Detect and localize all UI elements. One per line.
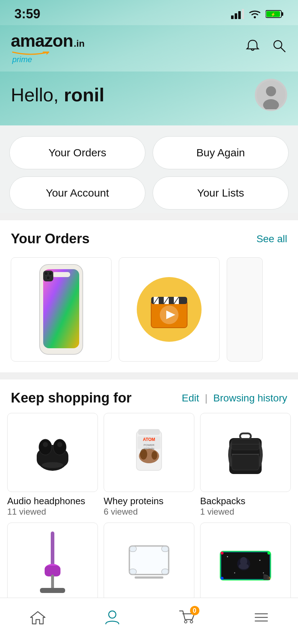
bottom-nav: 0 (0, 598, 298, 644)
vacuum-image (29, 530, 76, 594)
nav-account[interactable] (93, 606, 131, 629)
svg-point-37 (42, 462, 63, 468)
status-time: 3:59 (14, 6, 40, 22)
svg-rect-2 (238, 11, 241, 19)
keep-shopping-title: Keep shopping for (11, 390, 132, 406)
svg-point-79 (109, 611, 116, 618)
laptop-cover-image (122, 535, 176, 589)
svg-point-18 (44, 272, 48, 275)
search-icon[interactable] (271, 38, 287, 58)
protein-image-box: ATOM POWER WITHIN (104, 413, 194, 492)
svg-rect-16 (52, 272, 70, 277)
svg-point-77 (234, 572, 235, 574)
protein-viewed: 6 viewed (104, 507, 194, 517)
svg-point-19 (49, 272, 52, 275)
home-icon (29, 610, 47, 625)
edit-link[interactable]: Edit (182, 392, 199, 404)
order-card-iphone[interactable] (11, 257, 112, 362)
logo-suffix: .in (74, 38, 85, 49)
backpack-name: Backpacks (200, 496, 291, 507)
orders-title: Your Orders (11, 231, 90, 247)
mousepad-image (217, 540, 274, 584)
battery-icon: ⚡ (266, 9, 284, 19)
video-circle (137, 277, 202, 342)
buy-again-button[interactable]: Buy Again (153, 136, 289, 169)
svg-point-74 (239, 564, 249, 569)
product-item-backpack[interactable]: Backpacks 1 viewed (200, 413, 291, 517)
see-all-link[interactable]: See all (256, 233, 287, 245)
svg-point-20 (46, 276, 50, 280)
keep-shopping-section: Keep shopping for Edit | Browsing histor… (0, 380, 298, 624)
earbuds-image (27, 427, 78, 478)
your-lists-button[interactable]: Your Lists (153, 176, 289, 210)
earbuds-name: Audio headphones (7, 496, 98, 507)
product-item-protein[interactable]: ATOM POWER WITHIN Whey proteins 6 viewed (104, 413, 194, 517)
cart-wrapper: 0 (178, 609, 196, 626)
svg-point-68 (221, 552, 224, 555)
amazon-logo[interactable]: amazon .in prime (11, 31, 85, 64)
svg-line-10 (281, 47, 285, 52)
wifi-icon (248, 9, 261, 19)
nav-cart[interactable]: 0 (167, 605, 207, 630)
svg-rect-64 (135, 576, 163, 579)
avatar[interactable] (255, 79, 287, 111)
svg-text:POWER: POWER (144, 443, 154, 447)
svg-point-70 (221, 577, 224, 580)
header: amazon .in prime (0, 25, 298, 72)
svg-text:ATOM: ATOM (143, 437, 155, 442)
keep-shopping-links: Edit | Browsing history (182, 392, 287, 404)
product-item-earbuds[interactable]: Audio headphones 11 viewed (7, 413, 98, 517)
order-card-third[interactable] (227, 257, 263, 362)
svg-rect-48 (240, 433, 251, 439)
mousepad-image-box (200, 523, 291, 602)
earbuds-viewed: 11 viewed (7, 507, 98, 517)
svg-point-46 (152, 451, 157, 460)
laptop-cover-image-box (104, 523, 194, 602)
svg-rect-6 (281, 12, 283, 16)
svg-point-78 (263, 572, 264, 574)
orders-section-header: Your Orders See all (0, 220, 298, 254)
keep-shopping-header: Keep shopping for Edit | Browsing histor… (0, 380, 298, 413)
status-icons: ⚡ (231, 9, 284, 19)
your-account-button[interactable]: Your Account (9, 176, 145, 210)
logo-text: amazon (11, 31, 73, 51)
svg-text:⚡: ⚡ (271, 12, 276, 17)
greeting-text: Hello, ronil (11, 84, 104, 106)
protein-name: Whey proteins (104, 496, 194, 507)
browsing-history-link[interactable]: Browsing history (213, 392, 287, 404)
cart-badge: 0 (190, 606, 199, 615)
backpack-image-box (200, 413, 291, 492)
svg-rect-63 (130, 547, 168, 574)
prime-label: prime (12, 55, 85, 64)
protein-image: ATOM POWER WITHIN (124, 424, 174, 481)
svg-point-12 (266, 86, 276, 96)
svg-rect-39 (138, 429, 160, 435)
orders-section: Your Orders See all (0, 220, 298, 372)
svg-rect-0 (231, 15, 234, 19)
svg-rect-56 (51, 575, 54, 589)
svg-point-34 (43, 442, 48, 447)
account-icon (104, 610, 121, 625)
product-grid: Audio headphones 11 viewed ATOM POWER WI… (0, 413, 298, 624)
svg-rect-57 (40, 588, 65, 593)
your-orders-button[interactable]: Your Orders (9, 136, 145, 169)
orders-scroll[interactable] (0, 254, 298, 372)
iphone-illustration (32, 263, 90, 356)
header-icons (245, 38, 287, 58)
menu-icon (253, 610, 270, 625)
quick-actions: Your Orders Buy Again Your Account Your … (0, 125, 298, 213)
svg-point-69 (267, 552, 270, 555)
svg-rect-53 (51, 532, 54, 567)
svg-rect-1 (235, 13, 237, 19)
nav-menu[interactable] (242, 606, 280, 629)
svg-point-36 (57, 442, 62, 447)
notification-icon[interactable] (245, 38, 261, 58)
order-card-video[interactable] (119, 257, 220, 362)
greeting-section: Hello, ronil (0, 72, 298, 125)
divider: | (205, 392, 207, 404)
svg-point-75 (227, 556, 228, 557)
signal-icon (231, 9, 244, 19)
svg-rect-49 (232, 454, 259, 470)
nav-home[interactable] (18, 606, 58, 629)
svg-point-80 (184, 621, 187, 623)
